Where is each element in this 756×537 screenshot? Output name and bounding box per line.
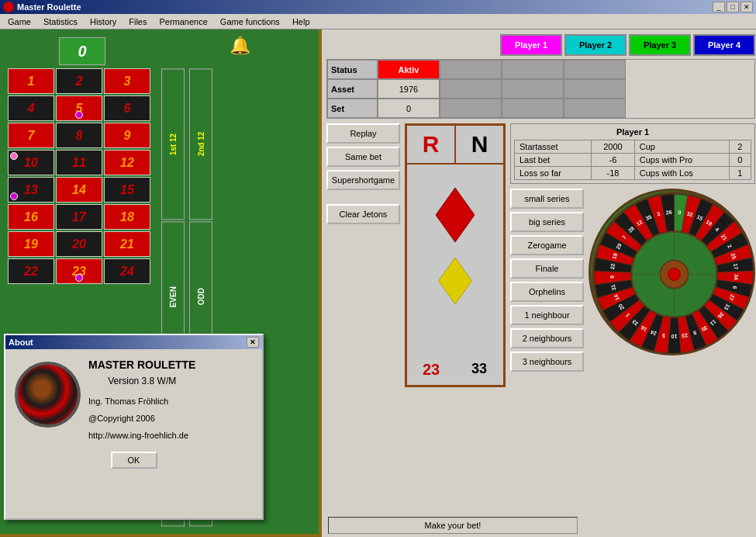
bet-numbers: 23 33	[407, 361, 503, 379]
small-series-button[interactable]: small series	[510, 189, 584, 209]
about-copyright: @Copyright 2006	[88, 410, 195, 427]
about-ok-container: OK	[15, 452, 253, 469]
loss-so-far-value: -18	[592, 167, 635, 180]
label-1st12[interactable]: 1st 12	[161, 68, 185, 220]
bet-number-left: 23	[407, 361, 455, 379]
action-buttons: Replay Same bet Supershortgame Clear Jet…	[326, 123, 400, 387]
right-panel: Player 1 Player 2 Player 3 Player 4 Stat…	[322, 29, 756, 537]
cups-with-pro-label: Cups with Pro	[634, 154, 729, 167]
menu-permanence[interactable]: Permanence	[154, 16, 212, 28]
asset-value: 1976	[378, 79, 440, 99]
maximize-button[interactable]: □	[727, 2, 739, 12]
player1-tab[interactable]: Player 1	[500, 34, 562, 56]
last-bet-label: Last bet	[515, 154, 592, 167]
number-cell-3[interactable]: 3	[104, 68, 150, 94]
about-ok-button[interactable]: OK	[111, 452, 157, 469]
zero-row: 0	[8, 37, 157, 65]
neighbour3-button[interactable]: 3 neighbours	[510, 352, 584, 372]
zerogame-button[interactable]: Zerogame	[510, 235, 584, 255]
number-cell-12[interactable]: 12	[104, 150, 150, 175]
number-cell-13[interactable]: 13	[8, 177, 54, 203]
menu-game[interactable]: Game	[3, 16, 36, 28]
menu-history[interactable]: History	[85, 16, 121, 28]
minimize-button[interactable]: _	[713, 2, 725, 12]
bet-display: R N 23 33	[405, 123, 506, 387]
bet-header: R N	[407, 126, 503, 165]
number-cell-9[interactable]: 9	[104, 123, 150, 148]
bet-number-right: 33	[455, 361, 503, 379]
about-author: Ing. Thomas Fröhlich	[88, 393, 195, 410]
chip-5	[75, 111, 83, 119]
neighbour2-button[interactable]: 2 neighbours	[510, 328, 584, 348]
last-bet-value: -6	[592, 154, 635, 167]
cups-with-los-value: 1	[729, 167, 751, 180]
close-button[interactable]: ✕	[740, 2, 753, 12]
clear-jetons-button[interactable]: Clear Jetons	[326, 204, 400, 224]
menu-help[interactable]: Help	[288, 16, 315, 28]
set-label: Set	[327, 99, 378, 118]
number-cell-23[interactable]: 23	[56, 258, 102, 284]
title-bar: Master Roulette _ □ ✕	[0, 0, 756, 14]
number-cell-1[interactable]: 1	[8, 68, 54, 94]
number-cell-7[interactable]: 7	[8, 123, 54, 148]
neighbour1-button[interactable]: 1 neighbour	[510, 305, 584, 325]
menu-files[interactable]: Files	[124, 16, 151, 28]
right-info: Player 1 Startasset 2000 Cup 2 Last bet …	[510, 123, 755, 387]
status-label: Status	[327, 60, 378, 79]
status-aktiv: Aktiv	[378, 60, 440, 79]
about-app-name: MASTER ROULETTE	[88, 359, 195, 371]
orphelins-button[interactable]: Orphelins	[510, 282, 584, 302]
middle-section: Replay Same bet Supershortgame Clear Jet…	[326, 123, 755, 387]
number-cell-16[interactable]: 16	[8, 204, 54, 230]
number-cell-18[interactable]: 18	[104, 204, 150, 230]
player-info-title: Player 1	[514, 127, 751, 137]
set-value: 0	[378, 99, 440, 118]
player4-tab[interactable]: Player 4	[693, 34, 755, 56]
cup-label: Cup	[634, 140, 729, 154]
chip-13	[10, 192, 18, 200]
number-cell-11[interactable]: 11	[56, 150, 102, 175]
about-version: Version 3.8 W/M	[88, 376, 195, 386]
series-and-wheel: small series big series Zerogame Finale …	[510, 189, 755, 372]
series-buttons: small series big series Zerogame Finale …	[510, 189, 584, 372]
label-2nd12[interactable]: 2nd 12	[189, 68, 212, 220]
bet-r: R	[407, 126, 456, 163]
svg-marker-0	[436, 188, 475, 242]
about-content: MASTER ROULETTE Version 3.8 W/M Ing. Tho…	[15, 359, 253, 444]
number-cell-10[interactable]: 10	[8, 150, 54, 175]
number-cell-8[interactable]: 8	[56, 123, 102, 148]
number-cell-19[interactable]: 19	[8, 231, 54, 257]
cup-value: 2	[729, 140, 751, 154]
chip-10	[10, 152, 18, 160]
app-title: Master Roulette	[17, 2, 81, 12]
big-series-button[interactable]: big series	[510, 212, 584, 232]
player-info-table: Startasset 2000 Cup 2 Last bet -6 Cups w…	[514, 140, 751, 180]
number-cell-21[interactable]: 21	[104, 231, 150, 257]
loss-so-far-label: Loss so far	[515, 167, 592, 180]
status-message: Make your bet!	[425, 521, 482, 530]
number-cell-4[interactable]: 4	[8, 95, 54, 121]
number-cell-20[interactable]: 20	[56, 231, 102, 257]
number-cell-5[interactable]: 5	[56, 95, 102, 121]
menu-game-functions[interactable]: Game functions	[216, 16, 285, 28]
same-bet-button[interactable]: Same bet	[326, 147, 400, 167]
bet-n: N	[456, 126, 503, 163]
number-cell-24[interactable]: 24	[104, 258, 150, 284]
number-cell-22[interactable]: 22	[8, 258, 54, 284]
player2-tab[interactable]: Player 2	[564, 34, 627, 56]
number-cell-2[interactable]: 2	[56, 68, 102, 94]
about-body: MASTER ROULETTE Version 3.8 W/M Ing. Tho…	[5, 349, 262, 478]
replay-button[interactable]: Replay	[326, 123, 400, 144]
player3-tab[interactable]: Player 3	[629, 34, 691, 56]
about-close-button[interactable]: ✕	[247, 337, 259, 348]
number-cell-6[interactable]: 6	[104, 95, 150, 121]
supershortgame-button[interactable]: Supershortgame	[326, 170, 400, 190]
startasset-label: Startasset	[515, 140, 592, 154]
zero-cell[interactable]: 0	[59, 37, 105, 65]
finale-button[interactable]: Finale	[510, 258, 584, 279]
number-cell-17[interactable]: 17	[56, 204, 102, 230]
cups-with-los-label: Cups with Los	[634, 167, 729, 180]
number-cell-15[interactable]: 15	[104, 177, 150, 203]
menu-statistics[interactable]: Statistics	[39, 16, 82, 28]
number-cell-14[interactable]: 14	[56, 177, 102, 203]
